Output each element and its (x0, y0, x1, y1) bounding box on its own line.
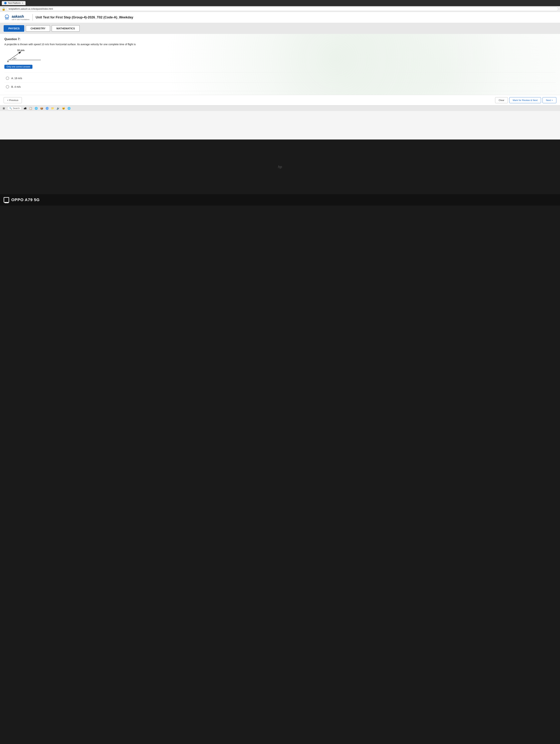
taskbar-search[interactable]: 🔍 Search (7, 107, 22, 110)
oppo-icon (4, 197, 9, 202)
search-icon: 🔍 (9, 107, 12, 110)
clear-button[interactable]: Clear (495, 97, 508, 103)
tab-mathematics[interactable]: MATHEMATICS (51, 25, 79, 32)
browser-chrome: 🔵 Test Platform ✕ (0, 0, 560, 6)
taskbar-icon-3[interactable]: 🌐 (34, 106, 38, 110)
windows-icon[interactable]: ⊞ (2, 106, 6, 110)
speed-label: 10 m/s (17, 49, 25, 51)
taskbar-icon-4[interactable]: 📦 (40, 106, 44, 110)
radio-a[interactable] (6, 77, 9, 80)
url-bar[interactable]: testplatform.aakash.ac.in/testpanel/inde… (7, 7, 558, 11)
previous-button[interactable]: < Previous (4, 97, 22, 103)
taskbar-icon-6[interactable]: 📁 (50, 106, 54, 110)
option-b[interactable]: B. 4 m/s (4, 83, 556, 91)
bottom-nav: < Previous Clear Mark for Review & Next … (0, 95, 560, 105)
logo-section: aakash call IIT-JEE Foundations (4, 14, 33, 21)
option-b-text: B. 4 m/s (11, 85, 21, 88)
tab-icon: 🔵 (4, 2, 7, 4)
taskbar-icon-2[interactable]: 📋 (29, 106, 33, 110)
aakash-logo-icon (4, 14, 10, 21)
logo-name: aakash (12, 14, 30, 18)
next-button[interactable]: Next > (543, 97, 556, 103)
dark-area: hp (0, 140, 560, 194)
page-content: aakash call IIT-JEE Foundations Unit Tes… (0, 12, 560, 140)
taskbar-icon-9[interactable]: 🌐 (67, 106, 71, 110)
logo-subtitle: call IIT-JEE Foundations (12, 18, 30, 21)
diagram-svg: 10 m/s 37° A (4, 48, 44, 62)
tab-title: Test Platform (8, 2, 21, 4)
taskbar-icon-1[interactable]: 🏙 (23, 106, 27, 110)
browser-tab[interactable]: 🔵 Test Platform ✕ (2, 1, 26, 5)
taskbar-icon-7[interactable]: 🔊 (56, 106, 60, 110)
option-a[interactable]: A. 16 m/s (4, 74, 556, 83)
question-number: Question 7: (4, 38, 556, 41)
tab-chemistry[interactable]: CHEMISTRY (26, 25, 50, 32)
tab-physics[interactable]: PHYSICS (4, 25, 24, 32)
options-list: A. 16 m/s B. 4 m/s (4, 74, 556, 91)
oppo-device-name: OPPO A79 5G (11, 197, 40, 202)
question-text: A projectile is thrown with speed 10 m/s… (4, 42, 556, 46)
svg-text:A: A (7, 60, 9, 62)
subject-tabs: PHYSICS CHEMISTRY MATHEMATICS (0, 23, 560, 34)
tab-close-button[interactable]: ✕ (22, 2, 23, 4)
search-label: Search (13, 107, 20, 110)
taskbar: ⊞ 🔍 Search 🏙 📋 🌐 📦 🌀 📁 🔊 🐱 🌐 (0, 105, 560, 111)
answer-type-badge: Only one correct answer (4, 65, 33, 69)
logo-text-group: aakash call IIT-JEE Foundations (12, 14, 30, 21)
question-area: Question 7: A projectile is thrown with … (0, 34, 560, 95)
address-bar: 🔒 testplatform.aakash.ac.in/testpanel/in… (0, 6, 560, 12)
oppo-label: OPPO A79 5G (0, 194, 560, 206)
mark-review-button[interactable]: Mark for Review & Next (509, 97, 541, 103)
option-a-text: A. 16 m/s (11, 77, 22, 80)
taskbar-icon-8[interactable]: 🐱 (62, 106, 66, 110)
taskbar-icon-5[interactable]: 🌀 (45, 106, 49, 110)
page-title: Unit Test for First Step (Group-4)-2026_… (36, 15, 133, 19)
header: aakash call IIT-JEE Foundations Unit Tes… (0, 12, 560, 23)
right-nav-buttons: Clear Mark for Review & Next Next > (495, 97, 556, 103)
hp-logo: hp (278, 165, 282, 169)
svg-text:37°: 37° (14, 58, 17, 60)
projectile-diagram: 10 m/s 37° A (4, 48, 556, 63)
radio-b[interactable] (6, 85, 9, 88)
browser-icon: 🔒 (2, 7, 5, 11)
